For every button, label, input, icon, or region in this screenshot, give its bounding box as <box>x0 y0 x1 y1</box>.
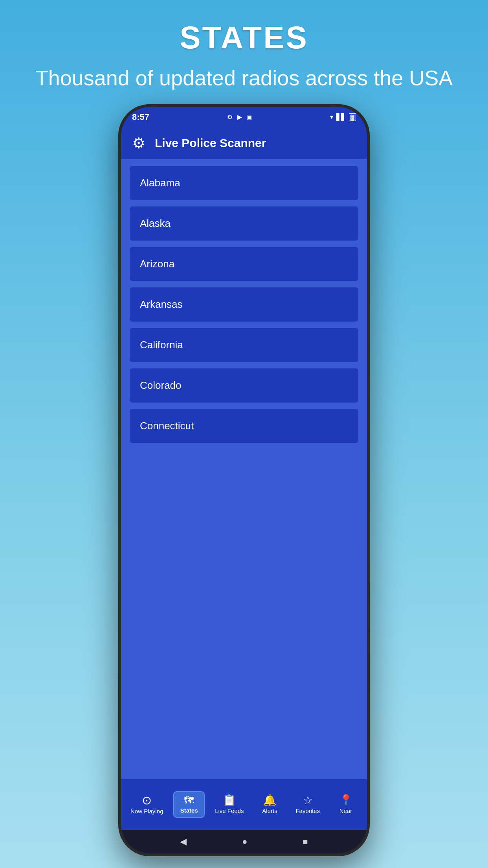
nav-label-live-feeds: Live Feeds <box>215 807 244 814</box>
system-nav-bar: ◀ ● ■ <box>121 830 367 853</box>
status-right-icons: ▾ ▋▋ ▓ <box>330 113 356 121</box>
nav-label-states: States <box>180 807 198 814</box>
back-button[interactable]: ◀ <box>180 837 187 847</box>
nav-label-alerts: Alerts <box>262 807 277 814</box>
status-time: 8:57 <box>132 112 149 122</box>
nav-label-favorites: Favorites <box>295 807 320 814</box>
wifi-icon: ▾ <box>330 113 333 121</box>
list-item[interactable]: Alabama <box>130 166 358 200</box>
list-item[interactable]: Alaska <box>130 206 358 241</box>
nav-label-now-playing: Now Playing <box>130 808 163 815</box>
nav-item-near[interactable]: 📍 Near <box>330 792 361 817</box>
status-center-icons: ⚙ ▶ ▣ <box>227 113 252 121</box>
play-status-icon: ▶ <box>237 113 242 121</box>
page-background: STATES Thousand of updated radios across… <box>0 0 488 868</box>
settings-status-icon: ⚙ <box>227 113 233 121</box>
app-title: Live Police Scanner <box>155 136 266 150</box>
list-item[interactable]: Arizona <box>130 247 358 281</box>
page-subtitle: Thousand of updated radios across the US… <box>35 64 453 92</box>
alerts-icon: 🔔 <box>263 795 277 806</box>
nav-label-near: Near <box>339 807 352 814</box>
phone-device: 8:57 ⚙ ▶ ▣ ▾ ▋▋ ▓ ⚙ Live Police Scanner <box>118 104 370 856</box>
list-item-california[interactable]: California <box>130 328 358 362</box>
clip-status-icon: ▣ <box>247 114 252 120</box>
list-item[interactable]: Colorado <box>130 368 358 403</box>
signal-icon: ▋▋ <box>336 113 346 121</box>
page-title: STATES <box>35 20 453 56</box>
live-feeds-icon: 📋 <box>222 795 236 806</box>
recents-button[interactable]: ■ <box>303 837 308 847</box>
nav-item-live-feeds[interactable]: 📋 Live Feeds <box>211 792 248 817</box>
app-header: ⚙ Live Police Scanner <box>121 127 367 159</box>
bottom-nav: ⊙ Now Playing 🗺 States 📋 Live Feeds 🔔 Al… <box>121 779 367 830</box>
states-icon: 🗺 <box>184 795 194 805</box>
state-list: Alabama Alaska Arizona Arkansas Californ… <box>121 159 367 779</box>
home-button[interactable]: ● <box>242 837 247 847</box>
phone-screen: 8:57 ⚙ ▶ ▣ ▾ ▋▋ ▓ ⚙ Live Police Scanner <box>121 107 367 853</box>
nav-item-states[interactable]: 🗺 States <box>173 791 205 818</box>
battery-icon: ▓ <box>349 113 356 121</box>
nav-item-favorites[interactable]: ☆ Favorites <box>292 792 324 817</box>
status-bar: 8:57 ⚙ ▶ ▣ ▾ ▋▋ ▓ <box>121 107 367 127</box>
nav-item-now-playing[interactable]: ⊙ Now Playing <box>127 791 167 818</box>
nav-item-alerts[interactable]: 🔔 Alerts <box>254 792 285 817</box>
favorites-icon: ☆ <box>303 795 313 806</box>
settings-button-icon[interactable]: ⚙ <box>132 134 145 152</box>
list-item[interactable]: Arkansas <box>130 287 358 322</box>
list-item[interactable]: Connecticut <box>130 409 358 443</box>
page-header: STATES Thousand of updated radios across… <box>4 0 484 104</box>
near-icon: 📍 <box>339 795 353 806</box>
now-playing-icon: ⊙ <box>142 794 152 806</box>
